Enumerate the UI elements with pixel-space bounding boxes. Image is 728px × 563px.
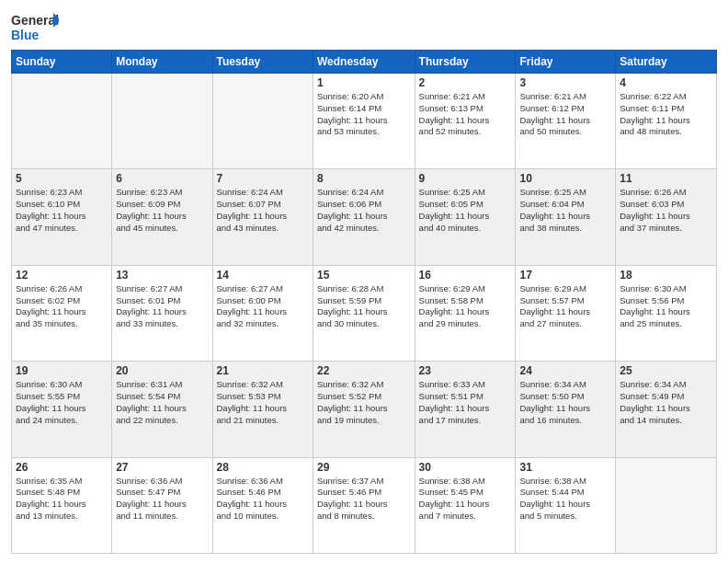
calendar-cell: 9Sunrise: 6:25 AM Sunset: 6:05 PM Daylig… xyxy=(415,169,516,265)
calendar-cell: 31Sunrise: 6:38 AM Sunset: 5:44 PM Dayli… xyxy=(516,457,616,553)
calendar-cell: 17Sunrise: 6:29 AM Sunset: 5:57 PM Dayli… xyxy=(516,265,616,361)
calendar-cell: 23Sunrise: 6:33 AM Sunset: 5:51 PM Dayli… xyxy=(415,362,516,457)
calendar-cell xyxy=(12,74,112,169)
week-row: 19Sunrise: 6:30 AM Sunset: 5:55 PM Dayli… xyxy=(12,362,717,457)
day-number: 27 xyxy=(116,461,208,474)
calendar-cell: 13Sunrise: 6:27 AM Sunset: 6:01 PM Dayli… xyxy=(112,265,212,361)
day-info: Sunrise: 6:34 AM Sunset: 5:49 PM Dayligh… xyxy=(620,379,712,426)
calendar-cell: 12Sunrise: 6:26 AM Sunset: 6:02 PM Dayli… xyxy=(12,265,112,361)
day-info: Sunrise: 6:29 AM Sunset: 5:57 PM Dayligh… xyxy=(519,283,611,330)
calendar-cell: 22Sunrise: 6:32 AM Sunset: 5:52 PM Dayli… xyxy=(313,362,415,457)
calendar-cell: 20Sunrise: 6:31 AM Sunset: 5:54 PM Dayli… xyxy=(112,362,212,457)
day-number: 15 xyxy=(317,269,411,282)
day-number: 31 xyxy=(519,461,611,474)
logo: General Blue xyxy=(11,9,59,44)
weekday-header: Thursday xyxy=(415,51,516,74)
day-number: 30 xyxy=(419,461,512,474)
day-number: 13 xyxy=(116,269,208,282)
day-info: Sunrise: 6:30 AM Sunset: 5:55 PM Dayligh… xyxy=(16,379,108,426)
day-info: Sunrise: 6:25 AM Sunset: 6:04 PM Dayligh… xyxy=(519,187,611,234)
day-info: Sunrise: 6:32 AM Sunset: 5:53 PM Dayligh… xyxy=(217,379,309,426)
calendar: SundayMondayTuesdayWednesdayThursdayFrid… xyxy=(11,50,717,554)
day-number: 24 xyxy=(519,364,611,377)
day-info: Sunrise: 6:26 AM Sunset: 6:02 PM Dayligh… xyxy=(16,283,108,330)
day-number: 21 xyxy=(217,364,309,377)
day-number: 23 xyxy=(419,364,512,377)
calendar-cell: 29Sunrise: 6:37 AM Sunset: 5:46 PM Dayli… xyxy=(313,457,415,553)
calendar-cell: 28Sunrise: 6:36 AM Sunset: 5:46 PM Dayli… xyxy=(212,457,313,553)
calendar-cell: 3Sunrise: 6:21 AM Sunset: 6:12 PM Daylig… xyxy=(516,74,616,169)
day-info: Sunrise: 6:35 AM Sunset: 5:48 PM Dayligh… xyxy=(16,476,108,523)
day-number: 1 xyxy=(317,76,411,89)
day-number: 16 xyxy=(419,269,512,282)
day-number: 26 xyxy=(16,461,108,474)
day-info: Sunrise: 6:29 AM Sunset: 5:58 PM Dayligh… xyxy=(419,283,512,330)
calendar-cell xyxy=(616,457,717,553)
calendar-cell: 7Sunrise: 6:24 AM Sunset: 6:07 PM Daylig… xyxy=(212,169,313,265)
day-info: Sunrise: 6:32 AM Sunset: 5:52 PM Dayligh… xyxy=(317,379,411,426)
day-info: Sunrise: 6:31 AM Sunset: 5:54 PM Dayligh… xyxy=(116,379,208,426)
week-row: 26Sunrise: 6:35 AM Sunset: 5:48 PM Dayli… xyxy=(12,457,717,553)
weekday-header: Friday xyxy=(516,51,616,74)
calendar-cell xyxy=(212,74,313,169)
day-info: Sunrise: 6:27 AM Sunset: 6:01 PM Dayligh… xyxy=(116,283,208,330)
day-info: Sunrise: 6:30 AM Sunset: 5:56 PM Dayligh… xyxy=(620,283,712,330)
calendar-cell: 15Sunrise: 6:28 AM Sunset: 5:59 PM Dayli… xyxy=(313,265,415,361)
calendar-cell: 18Sunrise: 6:30 AM Sunset: 5:56 PM Dayli… xyxy=(616,265,717,361)
logo-svg: General Blue xyxy=(11,9,59,44)
weekday-header-row: SundayMondayTuesdayWednesdayThursdayFrid… xyxy=(12,51,717,74)
day-number: 17 xyxy=(519,269,611,282)
calendar-cell: 27Sunrise: 6:36 AM Sunset: 5:47 PM Dayli… xyxy=(112,457,212,553)
day-number: 6 xyxy=(116,172,208,185)
calendar-cell: 1Sunrise: 6:20 AM Sunset: 6:14 PM Daylig… xyxy=(313,74,415,169)
day-number: 22 xyxy=(317,364,411,377)
calendar-cell: 8Sunrise: 6:24 AM Sunset: 6:06 PM Daylig… xyxy=(313,169,415,265)
calendar-cell: 4Sunrise: 6:22 AM Sunset: 6:11 PM Daylig… xyxy=(616,74,717,169)
weekday-header: Tuesday xyxy=(212,51,313,74)
day-number: 20 xyxy=(116,364,208,377)
day-number: 18 xyxy=(620,269,712,282)
calendar-cell: 6Sunrise: 6:23 AM Sunset: 6:09 PM Daylig… xyxy=(112,169,212,265)
day-info: Sunrise: 6:23 AM Sunset: 6:09 PM Dayligh… xyxy=(116,187,208,234)
weekday-header: Saturday xyxy=(616,51,717,74)
week-row: 5Sunrise: 6:23 AM Sunset: 6:10 PM Daylig… xyxy=(12,169,717,265)
weekday-header: Sunday xyxy=(12,51,112,74)
calendar-cell: 5Sunrise: 6:23 AM Sunset: 6:10 PM Daylig… xyxy=(12,169,112,265)
calendar-cell: 24Sunrise: 6:34 AM Sunset: 5:50 PM Dayli… xyxy=(516,362,616,457)
day-info: Sunrise: 6:22 AM Sunset: 6:11 PM Dayligh… xyxy=(620,91,712,138)
day-number: 29 xyxy=(317,461,411,474)
calendar-cell: 16Sunrise: 6:29 AM Sunset: 5:58 PM Dayli… xyxy=(415,265,516,361)
weekday-header: Monday xyxy=(112,51,212,74)
day-info: Sunrise: 6:21 AM Sunset: 6:12 PM Dayligh… xyxy=(519,91,611,138)
day-number: 4 xyxy=(620,76,712,89)
weekday-header: Wednesday xyxy=(313,51,415,74)
calendar-cell: 25Sunrise: 6:34 AM Sunset: 5:49 PM Dayli… xyxy=(616,362,717,457)
header: General Blue xyxy=(11,9,717,44)
day-info: Sunrise: 6:38 AM Sunset: 5:44 PM Dayligh… xyxy=(519,476,611,523)
day-number: 9 xyxy=(419,172,512,185)
calendar-cell xyxy=(112,74,212,169)
day-number: 2 xyxy=(419,76,512,89)
day-info: Sunrise: 6:24 AM Sunset: 6:06 PM Dayligh… xyxy=(317,187,411,234)
day-info: Sunrise: 6:38 AM Sunset: 5:45 PM Dayligh… xyxy=(419,476,512,523)
day-info: Sunrise: 6:36 AM Sunset: 5:47 PM Dayligh… xyxy=(116,476,208,523)
day-number: 14 xyxy=(217,269,309,282)
svg-text:General: General xyxy=(11,13,59,28)
week-row: 1Sunrise: 6:20 AM Sunset: 6:14 PM Daylig… xyxy=(12,74,717,169)
calendar-cell: 21Sunrise: 6:32 AM Sunset: 5:53 PM Dayli… xyxy=(212,362,313,457)
day-info: Sunrise: 6:24 AM Sunset: 6:07 PM Dayligh… xyxy=(217,187,309,234)
day-number: 12 xyxy=(16,269,108,282)
calendar-cell: 19Sunrise: 6:30 AM Sunset: 5:55 PM Dayli… xyxy=(12,362,112,457)
day-info: Sunrise: 6:23 AM Sunset: 6:10 PM Dayligh… xyxy=(16,187,108,234)
week-row: 12Sunrise: 6:26 AM Sunset: 6:02 PM Dayli… xyxy=(12,265,717,361)
calendar-cell: 26Sunrise: 6:35 AM Sunset: 5:48 PM Dayli… xyxy=(12,457,112,553)
day-number: 7 xyxy=(217,172,309,185)
day-number: 3 xyxy=(519,76,611,89)
day-number: 11 xyxy=(620,172,712,185)
calendar-cell: 2Sunrise: 6:21 AM Sunset: 6:13 PM Daylig… xyxy=(415,74,516,169)
svg-text:Blue: Blue xyxy=(11,28,40,42)
calendar-cell: 11Sunrise: 6:26 AM Sunset: 6:03 PM Dayli… xyxy=(616,169,717,265)
day-info: Sunrise: 6:33 AM Sunset: 5:51 PM Dayligh… xyxy=(419,379,512,426)
day-info: Sunrise: 6:36 AM Sunset: 5:46 PM Dayligh… xyxy=(217,476,309,523)
day-info: Sunrise: 6:37 AM Sunset: 5:46 PM Dayligh… xyxy=(317,476,411,523)
